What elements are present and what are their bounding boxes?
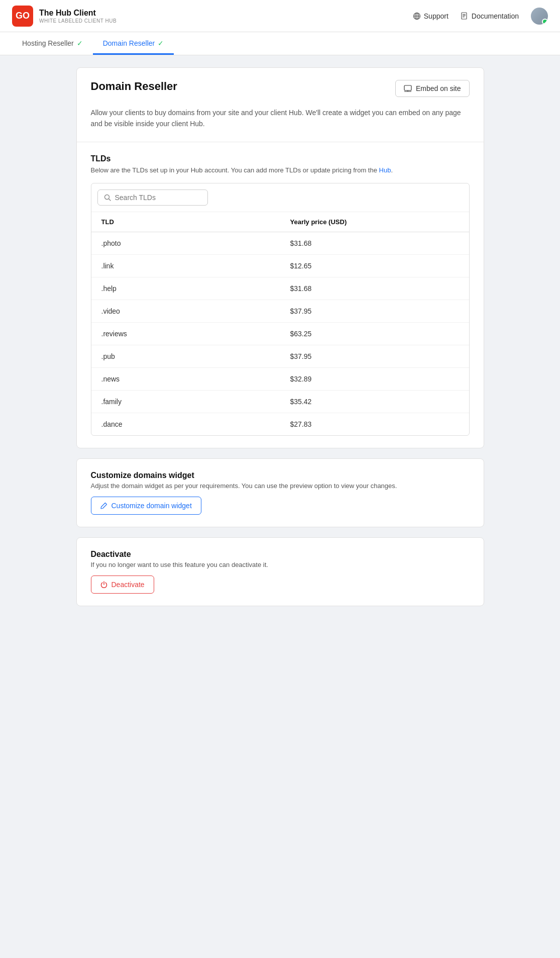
tab-hosting-label: Hosting Reseller	[22, 39, 74, 47]
customize-card: Customize domains widget Adjust the doma…	[76, 458, 484, 527]
tabs-bar: Hosting Reseller ✓ Domain Reseller ✓	[0, 32, 560, 55]
support-label: Support	[424, 12, 449, 20]
tld-cell: .reviews	[91, 323, 280, 345]
price-cell: $63.25	[280, 323, 469, 345]
table-row: .reviews $63.25	[91, 323, 469, 345]
tld-cell: .family	[91, 391, 280, 413]
table-row: .photo $31.68	[91, 232, 469, 255]
tld-table-head: TLD Yearly price (USD)	[91, 212, 469, 232]
user-avatar[interactable]	[531, 8, 548, 25]
price-cell: $31.68	[280, 277, 469, 300]
table-row: .video $37.95	[91, 300, 469, 323]
price-cell: $27.83	[280, 413, 469, 435]
tld-table: TLD Yearly price (USD) .photo $31.68 .li…	[91, 212, 469, 435]
tab-domain-check: ✓	[158, 39, 164, 47]
price-cell: $37.95	[280, 345, 469, 368]
header-left: GO The Hub Client WHITE LABELED CLIENT H…	[12, 6, 117, 27]
svg-rect-5	[463, 14, 466, 15]
table-row: .news $32.89	[91, 368, 469, 391]
customize-title: Customize domains widget	[91, 471, 470, 480]
power-icon	[100, 581, 107, 588]
tlds-section: TLDs Below are the TLDs set up in your H…	[77, 142, 484, 448]
docs-icon	[461, 12, 469, 20]
app-logo: GO	[12, 6, 33, 27]
support-link[interactable]: Support	[413, 12, 449, 20]
avatar-badge	[542, 19, 548, 25]
documentation-link[interactable]: Documentation	[461, 12, 519, 20]
domain-description: Allow your clients to buy domains from y…	[77, 107, 484, 142]
search-box	[97, 189, 208, 206]
deactivate-title: Deactivate	[91, 550, 470, 559]
search-icon	[104, 194, 111, 201]
tld-cell: .video	[91, 300, 280, 323]
tld-cell: .link	[91, 255, 280, 277]
price-cell: $32.89	[280, 368, 469, 391]
tld-cell: .help	[91, 277, 280, 300]
tab-domain[interactable]: Domain Reseller ✓	[93, 32, 174, 55]
docs-label: Documentation	[472, 12, 519, 20]
pencil-icon	[100, 502, 107, 509]
tlds-desc-suffix: .	[391, 166, 393, 174]
tlds-desc-prefix: Below are the TLDs set up in your Hub ac…	[91, 166, 379, 174]
support-icon	[413, 12, 421, 20]
svg-line-12	[108, 199, 110, 201]
embed-on-site-button[interactable]: Embed on site	[395, 80, 470, 97]
header-right: Support Documentation	[413, 8, 548, 25]
price-cell: $12.65	[280, 255, 469, 277]
tab-domain-label: Domain Reseller	[103, 39, 155, 47]
tld-search-input[interactable]	[115, 194, 201, 202]
tlds-title: TLDs	[91, 154, 470, 163]
search-box-wrap	[91, 183, 469, 212]
deactivate-card: Deactivate If you no longer want to use …	[76, 537, 484, 606]
customize-domain-widget-button[interactable]: Customize domain widget	[91, 497, 201, 515]
tld-table-body: .photo $31.68 .link $12.65 .help $31.68 …	[91, 232, 469, 435]
tab-hosting[interactable]: Hosting Reseller ✓	[12, 32, 93, 55]
price-cell: $31.68	[280, 232, 469, 255]
table-row: .help $31.68	[91, 277, 469, 300]
domain-title: Domain Reseller	[91, 80, 177, 93]
main-content: Domain Reseller Embed on site Allow your…	[64, 55, 496, 628]
price-cell: $35.42	[280, 391, 469, 413]
col-price: Yearly price (USD)	[280, 212, 469, 232]
svg-rect-7	[463, 17, 465, 17]
tlds-desc: Below are the TLDs set up in your Hub ac…	[91, 165, 470, 175]
customize-desc: Adjust the domain widget as per your req…	[91, 482, 470, 490]
app-header: GO The Hub Client WHITE LABELED CLIENT H…	[0, 0, 560, 32]
app-subtitle: WHITE LABELED CLIENT HUB	[39, 18, 117, 24]
deactivate-btn-label: Deactivate	[111, 581, 145, 589]
tld-cell: .news	[91, 368, 280, 391]
app-title-group: The Hub Client WHITE LABELED CLIENT HUB	[39, 8, 117, 23]
logo-text: GO	[16, 11, 30, 21]
tld-cell: .dance	[91, 413, 280, 435]
table-row: .link $12.65	[91, 255, 469, 277]
tab-hosting-check: ✓	[77, 39, 83, 47]
tld-cell: .pub	[91, 345, 280, 368]
deactivate-button[interactable]: Deactivate	[91, 576, 154, 594]
customize-section: Customize domains widget Adjust the doma…	[77, 459, 484, 527]
deactivate-desc: If you no longer want to use this featur…	[91, 561, 470, 568]
table-row: .pub $37.95	[91, 345, 469, 368]
table-row: .family $35.42	[91, 391, 469, 413]
embed-btn-label: Embed on site	[416, 84, 461, 92]
deactivate-section: Deactivate If you no longer want to use …	[77, 538, 484, 606]
customize-btn-label: Customize domain widget	[111, 502, 192, 510]
hub-link[interactable]: Hub	[379, 166, 391, 174]
tld-table-wrapper: TLD Yearly price (USD) .photo $31.68 .li…	[91, 183, 470, 436]
price-cell: $37.95	[280, 300, 469, 323]
col-tld: TLD	[91, 212, 280, 232]
embed-icon	[404, 84, 412, 92]
domain-reseller-card: Domain Reseller Embed on site Allow your…	[76, 67, 484, 448]
svg-rect-6	[463, 15, 466, 16]
domain-description-text: Allow your clients to buy domains from y…	[91, 109, 461, 128]
app-title: The Hub Client	[39, 8, 117, 18]
table-row: .dance $27.83	[91, 413, 469, 435]
tld-cell: .photo	[91, 232, 280, 255]
domain-header-section: Domain Reseller Embed on site	[77, 68, 484, 107]
svg-rect-8	[404, 85, 411, 90]
